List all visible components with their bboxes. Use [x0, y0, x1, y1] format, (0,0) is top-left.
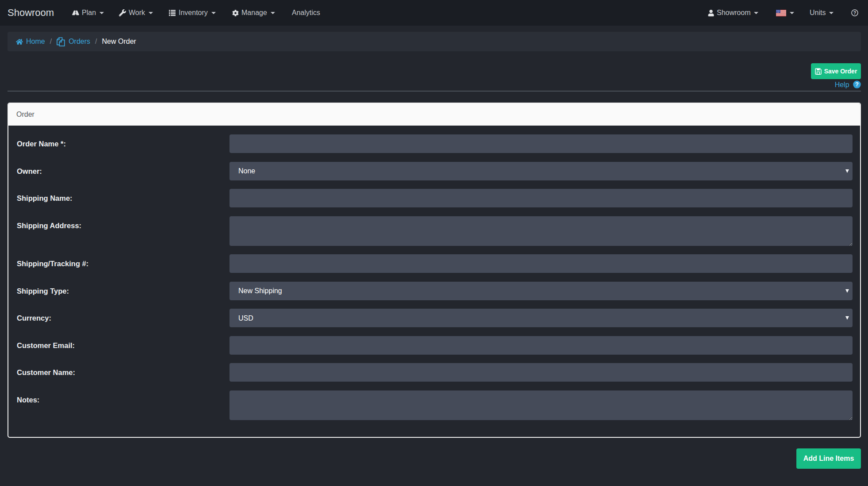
svg-text:?: ?	[855, 81, 859, 88]
svg-text:?: ?	[853, 11, 856, 15]
